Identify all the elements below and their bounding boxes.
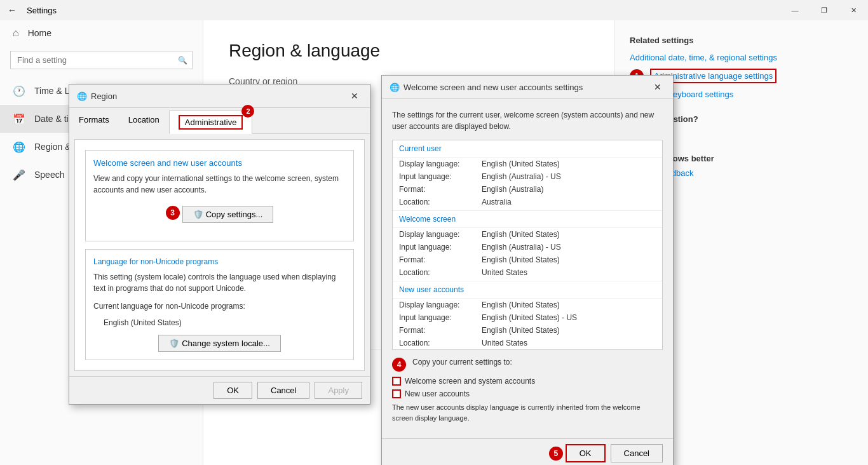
region-dialog-footer: OK Cancel Apply	[69, 376, 370, 404]
language-current-value: English (United States)	[104, 318, 346, 327]
region-cancel-button[interactable]: Cancel	[257, 382, 309, 399]
welcome-section-desc: View and copy your international setting…	[93, 173, 346, 196]
step-3-badge: 3	[166, 206, 180, 220]
new-user-header: New user accounts	[393, 281, 662, 299]
step-5-badge: 5	[549, 447, 563, 461]
welcome-section: Welcome screen and new user accounts Vie…	[85, 150, 354, 241]
welcome-section-title: Welcome screen and new user accounts	[93, 158, 346, 168]
table-row: Location:Australia	[393, 196, 662, 211]
new-user-checkbox[interactable]	[392, 389, 401, 398]
shield-icon: 🛡️	[193, 210, 203, 219]
titlebar-title: Settings	[27, 6, 57, 15]
welcome-dialog-close[interactable]: ✕	[650, 81, 665, 93]
related-settings-title: Related settings	[630, 36, 853, 45]
table-row: Display language:English (United States)	[393, 299, 662, 311]
table-row: Input language:English (United States) -…	[393, 311, 662, 324]
welcome-cancel-button[interactable]: Cancel	[611, 444, 663, 462]
close-window-button[interactable]: ✕	[839, 0, 868, 20]
region-dialog-titlebar: 🌐 Region ✕	[69, 84, 370, 108]
related-additional-date[interactable]: Additional date, time, & regional settin…	[630, 53, 853, 62]
welcome-dialog-body: The settings for the current user, welco…	[382, 99, 673, 438]
copy-label: Copy your current settings to:	[412, 358, 512, 367]
shield-locale-icon: 🛡️	[169, 339, 179, 348]
region-dialog: 🌐 Region ✕ Formats Location Administrati…	[69, 84, 370, 405]
back-button[interactable]: ←	[8, 5, 17, 15]
table-row: Location:United States	[393, 266, 662, 281]
welcome-screen-checkbox-label: Welcome screen and system accounts	[405, 377, 535, 386]
current-user-header: Current user	[393, 140, 662, 158]
new-user-checkbox-row[interactable]: New user accounts	[392, 389, 663, 398]
sidebar-region-label: Region &	[34, 142, 71, 152]
welcome-ok-button[interactable]: OK	[566, 444, 606, 462]
date-time-icon: 📅	[13, 113, 25, 125]
tab-formats[interactable]: Formats	[69, 111, 119, 134]
tab-location[interactable]: Location	[119, 111, 169, 134]
welcome-dialog-desc: The settings for the current user, welco…	[392, 109, 663, 132]
tab-administrative[interactable]: Administrative 2	[169, 111, 253, 134]
step-4-badge: 4	[392, 358, 406, 372]
welcome-dialog-title: Welcome screen and new user accounts set…	[403, 83, 583, 92]
welcome-dialog-footer: 5 OK Cancel	[382, 438, 673, 465]
sidebar-speech-label: Speech	[34, 170, 64, 180]
step-2-badge: 2	[241, 105, 254, 118]
region-dialog-body: Welcome screen and new user accounts Vie…	[74, 139, 365, 371]
region-dialog-title: Region	[91, 91, 117, 101]
region-icon: 🌐	[13, 141, 25, 153]
region-dialog-icon: 🌐	[77, 91, 87, 101]
welcome-screen-dialog: 🌐 Welcome screen and new user accounts s…	[381, 75, 674, 465]
sidebar-home-label: Home	[28, 28, 51, 38]
minimize-button[interactable]: —	[780, 0, 810, 20]
table-row: Format:English (United States)	[393, 324, 662, 337]
search-input[interactable]	[10, 51, 193, 69]
table-row: Input language:English (Australia) - US	[393, 241, 662, 253]
new-user-checkbox-label: New user accounts	[405, 389, 470, 398]
additional-date-link[interactable]: Additional date, time, & regional settin…	[630, 53, 853, 62]
table-row: Display language:English (United States)	[393, 228, 662, 241]
table-row: Format:English (Australia)	[393, 183, 662, 196]
language-current-label: Current language for non-Unicode program…	[93, 302, 346, 311]
table-row: Display language:English (United States)	[393, 158, 662, 170]
change-locale-button[interactable]: 🛡️ Change system locale...	[158, 335, 281, 352]
sidebar-item-home[interactable]: ⌂ Home	[0, 20, 203, 46]
titlebar: ← Settings — ❐ ✕	[0, 0, 868, 20]
welcome-dialog-icon: 🌐	[390, 83, 400, 92]
speech-icon: 🎤	[13, 169, 25, 181]
language-unicode-title: Language for non-Unicode programs	[93, 257, 346, 266]
page-title: Region & language	[229, 41, 588, 61]
region-ok-button[interactable]: OK	[214, 382, 252, 399]
table-row: Location:United States	[393, 337, 662, 349]
inherit-note: The new user accounts display language i…	[392, 402, 663, 423]
search-icon: 🔍	[178, 56, 187, 65]
table-row: Format:English (United States)	[393, 253, 662, 266]
language-unicode-desc: This setting (system locale) controls th…	[93, 271, 346, 294]
welcome-settings-table: Current user Display language:English (U…	[392, 140, 663, 350]
welcome-screen-checkbox[interactable]	[392, 377, 401, 386]
welcome-dialog-titlebar: 🌐 Welcome screen and new user accounts s…	[382, 76, 673, 99]
copy-settings-button[interactable]: 🛡️ Copy settings...	[182, 206, 274, 223]
copy-section: 4 Copy your current settings to: Welcome…	[392, 358, 663, 423]
time-language-icon: 🕐	[13, 85, 25, 97]
sidebar-search-container: 🔍	[0, 46, 203, 74]
welcome-screen-checkbox-row[interactable]: Welcome screen and system accounts	[392, 377, 663, 386]
table-row: Input language:English (Australia) - US	[393, 170, 662, 183]
welcome-screen-header: Welcome screen	[393, 211, 662, 228]
language-unicode-section: Language for non-Unicode programs This s…	[85, 249, 354, 360]
maximize-button[interactable]: ❐	[810, 0, 839, 20]
home-icon: ⌂	[13, 27, 19, 39]
region-dialog-close[interactable]: ✕	[347, 90, 362, 102]
copy-settings-wrap: 3 🛡️ Copy settings...	[93, 206, 346, 223]
region-apply-button[interactable]: Apply	[315, 382, 362, 399]
region-dialog-tabs: Formats Location Administrative 2	[69, 108, 370, 134]
